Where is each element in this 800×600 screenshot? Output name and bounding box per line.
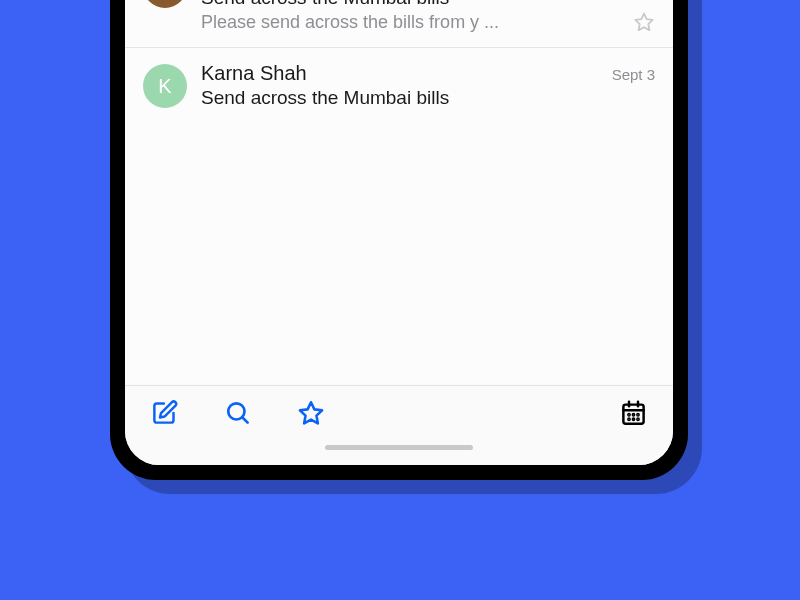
email-item[interactable]: K Karna Shah Sept 3 Send across the Mumb… (125, 48, 673, 123)
svg-point-15 (637, 419, 638, 420)
compose-icon[interactable] (151, 399, 178, 426)
home-indicator[interactable] (325, 445, 473, 450)
home-indicator-area (125, 439, 673, 465)
svg-point-12 (637, 414, 638, 415)
avatar: K (143, 64, 187, 108)
svg-line-4 (242, 417, 247, 422)
svg-point-10 (628, 414, 629, 415)
star-icon[interactable] (297, 399, 325, 427)
email-item[interactable]: K Karna Shah Sept 3 Send across the Mumb… (125, 0, 673, 48)
email-subject: Send across the Mumbai bills (201, 87, 655, 109)
star-icon[interactable] (633, 11, 655, 33)
bottom-toolbar (125, 385, 673, 439)
avatar-letter: K (158, 75, 171, 98)
svg-point-13 (628, 419, 629, 420)
svg-point-11 (633, 414, 634, 415)
svg-point-14 (633, 419, 634, 420)
email-subject: Send across the Mumbai bills (201, 0, 655, 9)
email-sender: Karna Shah (201, 62, 307, 85)
svg-marker-2 (635, 14, 652, 31)
email-list[interactable]: We should have a meeting for the up... U… (125, 0, 673, 385)
email-time: Sept 3 (612, 66, 655, 83)
email-preview: Please send across the bills from y ... (201, 12, 499, 33)
screen: We should have a meeting for the up... U… (125, 0, 673, 465)
svg-marker-5 (300, 402, 322, 423)
search-icon[interactable] (224, 399, 251, 426)
avatar: K (143, 0, 187, 8)
calendar-icon[interactable] (620, 399, 647, 426)
device-frame: We should have a meeting for the up... U… (110, 0, 688, 480)
